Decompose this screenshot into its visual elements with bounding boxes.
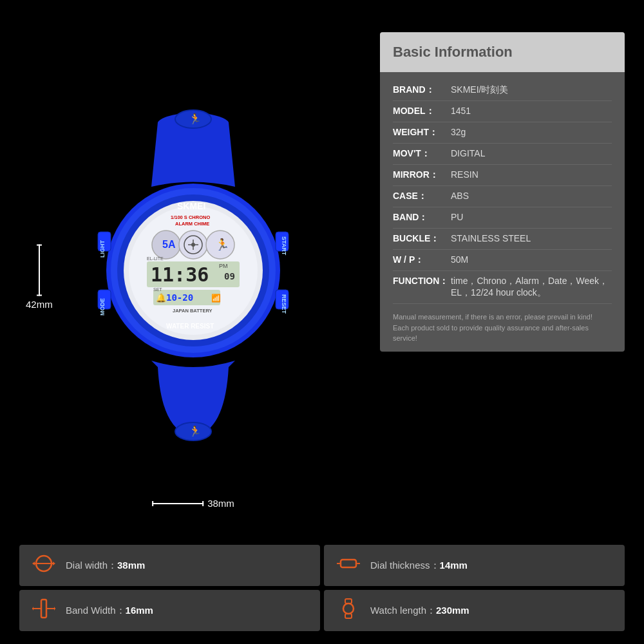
svg-text:09: 09 — [224, 271, 235, 281]
info-row: MOV'T：DIGITAL — [393, 144, 612, 165]
spec-icon — [337, 552, 360, 580]
svg-text:🏃: 🏃 — [215, 238, 230, 252]
svg-text:LIGHT: LIGHT — [99, 240, 106, 258]
info-row-label: MODEL： — [393, 106, 451, 117]
spec-value: 230mm — [436, 605, 469, 616]
width-dimension: 38mm — [152, 498, 234, 509]
svg-text:JAPAN BATTERY: JAPAN BATTERY — [173, 308, 213, 314]
info-row-value: DIGITAL — [451, 148, 612, 158]
spec-icon — [32, 552, 55, 580]
svg-text:SET: SET — [153, 287, 162, 292]
info-row-value: 1451 — [451, 106, 612, 116]
spec-card: Dial width：38mm — [19, 545, 320, 586]
info-row-label: BRAND： — [393, 84, 451, 96]
svg-text:10-20: 10-20 — [166, 292, 193, 303]
info-row-value: SKMEI/时刻美 — [451, 84, 612, 96]
svg-text:PM: PM — [219, 263, 228, 269]
svg-text:🏃: 🏃 — [189, 113, 202, 125]
spec-text: Dial width：38mm — [66, 560, 145, 572]
spec-card: Watch length：230mm — [324, 590, 625, 631]
spec-label: Watch length： — [370, 605, 436, 616]
svg-rect-53 — [343, 603, 354, 614]
info-row-label: CASE： — [393, 191, 451, 202]
spec-value: 38mm — [117, 560, 145, 571]
info-note: Manual measurement, if there is an error… — [393, 312, 612, 344]
svg-text:ALARM CHIME: ALARM CHIME — [175, 221, 209, 227]
spec-text: Watch length：230mm — [370, 605, 469, 617]
info-row: BRAND：SKMEI/时刻美 — [393, 80, 612, 101]
svg-text:START: START — [281, 236, 287, 256]
spec-label: Band Width： — [66, 605, 126, 616]
spec-text: Band Width：16mm — [66, 605, 153, 617]
info-row-value: time，Chrono，Alarm，Date，Week，EL，12/24 hou… — [451, 276, 612, 299]
svg-text:WATER RESIST: WATER RESIST — [166, 323, 214, 330]
info-row-label: BAND： — [393, 212, 451, 223]
info-row: BAND：PU — [393, 207, 612, 229]
info-row-value: RESIN — [451, 169, 612, 180]
svg-text:1/100 S CHRONO: 1/100 S CHRONO — [171, 214, 210, 220]
spec-value: 16mm — [126, 605, 153, 616]
svg-text:🏃: 🏃 — [189, 425, 202, 437]
spec-icon — [337, 597, 360, 625]
info-row: MODEL：1451 — [393, 101, 612, 122]
svg-marker-44 — [53, 562, 55, 565]
width-label: 38mm — [207, 498, 234, 509]
info-row-value: 50M — [451, 254, 612, 265]
svg-text:11:36: 11:36 — [151, 263, 209, 286]
info-row: WEIGHT：32g — [393, 122, 612, 144]
info-row-label: WEIGHT： — [393, 127, 451, 138]
svg-rect-45 — [341, 560, 356, 567]
info-row: W / P：50M — [393, 250, 612, 271]
info-row: FUNCTION：time，Chrono，Alarm，Date，Week，EL，… — [393, 271, 612, 304]
info-row-label: BUCKLE： — [393, 233, 451, 245]
info-row-value: PU — [451, 212, 612, 222]
info-body: BRAND：SKMEI/时刻美MODEL：1451WEIGHT：32gMOV'T… — [380, 72, 625, 352]
watch-image: 🏃 🏃 — [84, 109, 303, 444]
spec-text: Dial thickness：14mm — [370, 560, 468, 572]
svg-rect-48 — [41, 600, 46, 618]
info-row-value: 32g — [451, 127, 612, 137]
info-row-label: FUNCTION： — [393, 276, 451, 287]
info-panel: Basic Information BRAND：SKMEI/时刻美MODEL：1… — [380, 32, 625, 352]
info-row-value: ABS — [451, 191, 612, 201]
spec-label: Dial width： — [66, 560, 117, 571]
info-row: CASE：ABS — [393, 186, 612, 207]
svg-text:RESET: RESET — [281, 294, 287, 314]
svg-text:SKMEI: SKMEI — [177, 201, 205, 211]
svg-marker-51 — [32, 607, 33, 611]
spec-card: Dial thickness：14mm — [324, 545, 625, 586]
info-row-label: MIRROR： — [393, 169, 451, 181]
info-header: Basic Information — [380, 32, 625, 72]
svg-text:EL-LITE: EL-LITE — [147, 256, 164, 261]
svg-marker-52 — [54, 607, 55, 611]
info-row: BUCKLE：STAINLESS STEEL — [393, 229, 612, 250]
info-title: Basic Information — [393, 44, 513, 60]
svg-text:🔔: 🔔 — [156, 292, 167, 303]
info-row: MIRROR：RESIN — [393, 165, 612, 186]
spec-value: 14mm — [440, 560, 468, 571]
info-row-label: MOV'T： — [393, 148, 451, 160]
height-label: 42mm — [26, 299, 53, 310]
main-container: 42mm 🏃 🏃 — [0, 0, 644, 644]
svg-text:MODE: MODE — [99, 298, 106, 316]
spec-icon — [32, 597, 55, 625]
info-row-value: STAINLESS STEEL — [451, 233, 612, 243]
spec-card: Band Width：16mm — [19, 590, 320, 631]
svg-text:📶: 📶 — [211, 293, 221, 303]
spec-label: Dial thickness： — [370, 560, 440, 571]
watch-area: 42mm 🏃 🏃 — [19, 26, 367, 528]
info-row-label: W / P： — [393, 254, 451, 266]
svg-marker-43 — [32, 562, 35, 565]
svg-point-25 — [191, 243, 195, 247]
height-dimension: 42mm — [26, 245, 53, 310]
bottom-section: Dial width：38mmDial thickness：14mmBand W… — [0, 541, 644, 644]
top-section: 42mm 🏃 🏃 — [0, 0, 644, 541]
svg-text:5A: 5A — [162, 239, 176, 250]
